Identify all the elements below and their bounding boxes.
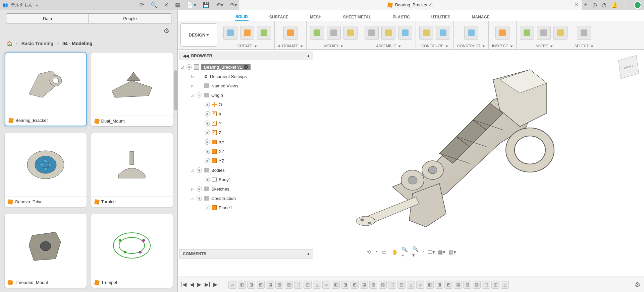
tree-node[interactable]: ◿◉Origin [180, 90, 312, 100]
breadcrumb-item[interactable]: 04 - Modeling [62, 41, 92, 46]
ribbon-tool-icon[interactable] [240, 26, 254, 40]
timeline-feature[interactable]: ◨ [247, 281, 255, 289]
file-thumbnail[interactable]: Dual_Mount [91, 53, 173, 126]
view-cube[interactable]: RIGHT [614, 56, 638, 79]
ribbon-group-label[interactable]: CONSTRUCT [457, 43, 485, 49]
refresh-icon[interactable]: ⟳ [140, 2, 144, 8]
timeline-feature[interactable]: ◨ [435, 281, 443, 289]
redo-icon[interactable]: ↷▾ [230, 2, 237, 8]
expand-icon[interactable]: ▷ [191, 84, 195, 88]
visibility-icon[interactable]: ◉ [205, 205, 210, 210]
expand-icon[interactable]: ◿ [191, 196, 195, 201]
visibility-icon[interactable]: ◉ [197, 186, 202, 192]
search-icon[interactable]: 🔍 [151, 2, 157, 8]
timeline-feature[interactable]: ◪ [360, 281, 368, 289]
ribbon-tool-icon[interactable] [343, 26, 358, 40]
display-settings-icon[interactable]: 🖵▾ [427, 248, 435, 256]
timeline-feature[interactable]: △ [407, 281, 415, 289]
ribbon-tool-icon[interactable] [495, 26, 509, 40]
ribbon-group-label[interactable]: INSERT [535, 43, 553, 49]
file-thumbnail[interactable]: Turbine [91, 133, 173, 207]
ribbon-tab-utilities[interactable]: UTILITIES [431, 13, 451, 21]
expand-icon[interactable]: ◿ [191, 93, 195, 97]
home-icon[interactable]: 🏠 [7, 41, 12, 46]
gear-icon[interactable]: ⚙ [163, 27, 169, 35]
visibility-icon[interactable]: ◉ [205, 158, 210, 163]
tree-node[interactable]: ▷Named Views [180, 81, 312, 90]
pan-icon[interactable]: ✋ [391, 248, 399, 256]
timeline-feature[interactable]: ⬚ [294, 281, 302, 289]
timeline-feature[interactable]: ▧ [463, 281, 471, 289]
expand-icon[interactable]: ▷ [191, 187, 195, 191]
ribbon-tool-icon[interactable] [577, 26, 591, 40]
visibility-icon[interactable]: ◉ [205, 139, 210, 145]
collapse-icon[interactable]: ◀◀ [183, 54, 189, 58]
tree-node[interactable]: ◉Z [180, 128, 312, 137]
ribbon-tool-icon[interactable] [464, 26, 478, 40]
ribbon-tool-icon[interactable] [381, 26, 395, 40]
ribbon-group-label[interactable]: MODIFY [324, 43, 343, 49]
timeline-feature[interactable]: ◧ [332, 281, 340, 289]
expand-icon[interactable]: ● [307, 251, 310, 256]
people-icon[interactable]: 👥 [3, 2, 8, 7]
user-label[interactable]: テルえもん [11, 2, 33, 8]
extensions-icon[interactable]: ◷ [592, 2, 597, 8]
avatar[interactable] [634, 1, 641, 9]
visibility-icon[interactable]: ◉ [197, 196, 202, 201]
undo-icon[interactable]: ↶▾ [216, 2, 223, 8]
close-icon[interactable]: ✕ [164, 2, 168, 8]
activate-icon[interactable] [244, 65, 248, 69]
timeline-feature[interactable]: ◨ [341, 281, 349, 289]
timeline-feature[interactable]: ◩ [257, 281, 265, 289]
timeline-feature[interactable]: ▱ [416, 281, 424, 289]
ribbon-tool-icon[interactable] [365, 26, 379, 40]
ribbon-tool-icon[interactable] [436, 26, 450, 40]
help-icon[interactable]: ❔ [623, 2, 629, 8]
timeline-feature[interactable]: ▱ [228, 281, 236, 289]
file-thumbnail[interactable]: Bearing_Bracket [5, 53, 87, 126]
ribbon-tool-icon[interactable] [223, 26, 237, 40]
timeline-settings-icon[interactable]: ⚙ [635, 281, 641, 289]
ribbon-group-label[interactable]: ASSEMBLE [376, 43, 400, 49]
expand-icon[interactable]: ◿ [180, 65, 184, 69]
look-at-icon[interactable]: ▭ [380, 248, 388, 256]
document-tab[interactable]: Bearing_Bracket v1 × [239, 0, 582, 10]
tree-node[interactable]: ◉O [180, 100, 312, 109]
tree-node[interactable]: ◿◉Bodies [180, 165, 312, 175]
visibility-icon[interactable]: ◉ [205, 111, 210, 117]
timeline-play-icon[interactable]: ▶ [197, 281, 201, 288]
people-tab-button[interactable]: People [89, 13, 171, 23]
tab-close-icon[interactable]: × [575, 1, 579, 8]
tree-root-label[interactable]: Bearing_Bracket v1 [201, 64, 251, 70]
grid-settings-icon[interactable]: ▦▾ [438, 248, 446, 256]
timeline-feature[interactable]: ◫ [304, 281, 312, 289]
timeline-feature[interactable]: △ [313, 281, 321, 289]
ribbon-tab-sheet-metal[interactable]: SHEET METAL [342, 13, 372, 21]
breadcrumb-item[interactable]: Basic Training [21, 41, 54, 46]
file-thumbnail[interactable]: Trumpet [91, 214, 173, 288]
workspace-switcher-button[interactable]: DESIGN [180, 23, 217, 47]
ribbon-tab-plastic[interactable]: PLASTIC [392, 13, 410, 21]
job-status-icon[interactable]: ◔ [602, 2, 606, 8]
timeline-feature[interactable]: ◧ [238, 281, 246, 289]
visibility-icon[interactable]: ◉ [186, 64, 192, 70]
fit-icon[interactable]: 🔍▾ [412, 248, 420, 256]
file-thumbnail[interactable]: Geneva_Drive [5, 133, 87, 207]
tree-node[interactable]: ▷⚙Document Settings [180, 72, 312, 81]
timeline-feature[interactable]: ◪ [266, 281, 274, 289]
timeline-feature[interactable]: △ [501, 281, 509, 289]
3d-model[interactable] [312, 60, 567, 247]
visibility-icon[interactable]: ◉ [197, 92, 202, 98]
3d-viewport[interactable]: ◀◀ BROWSER ● ◿ ◉ Bearing_Bracket v1 ▷⚙Do… [178, 50, 644, 277]
timeline-back-icon[interactable]: ◀ [190, 281, 194, 288]
ribbon-tool-icon[interactable] [310, 26, 324, 40]
timeline-feature[interactable]: ▨ [473, 281, 481, 289]
browser-header[interactable]: ◀◀ BROWSER ● [179, 52, 313, 60]
ribbon-tool-icon[interactable] [283, 26, 298, 40]
comments-panel-header[interactable]: COMMENTS ● [179, 249, 313, 259]
ribbon-tool-icon[interactable] [537, 26, 551, 40]
ribbon-group-label[interactable]: INSPECT [492, 43, 513, 49]
timeline-feature[interactable]: ◫ [397, 281, 406, 289]
timeline-forward-icon[interactable]: ▶| [205, 281, 210, 288]
tree-node[interactable]: ◉Y [180, 119, 312, 128]
